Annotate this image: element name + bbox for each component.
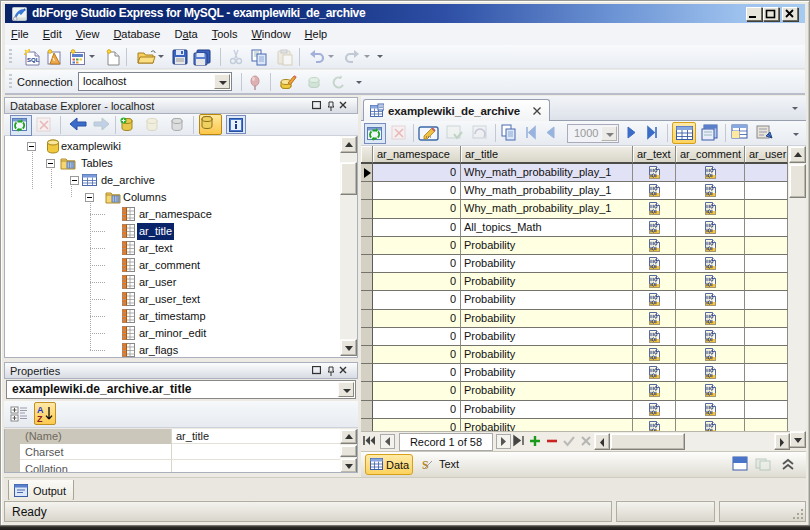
svg-text:Z: Z — [37, 414, 43, 423]
svg-text:SQL: SQL — [27, 57, 40, 63]
